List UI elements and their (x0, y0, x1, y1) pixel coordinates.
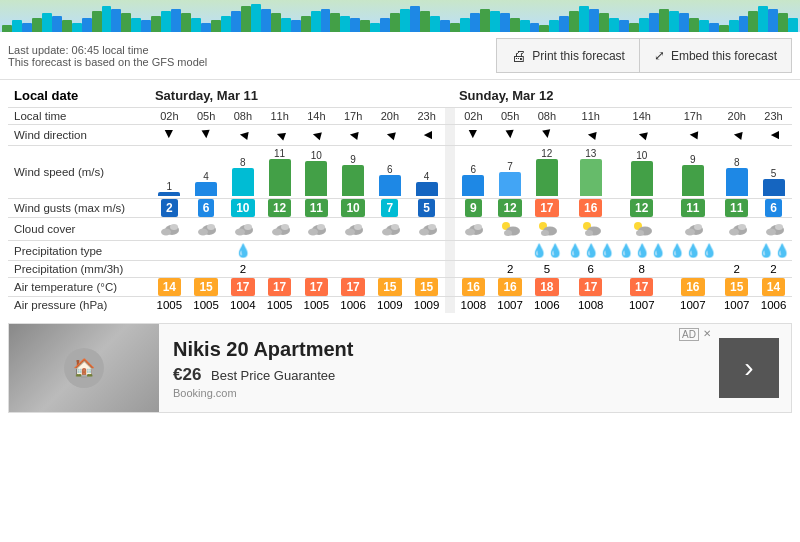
table-cell: 💧💧💧 (667, 241, 718, 261)
table-cell (371, 241, 408, 261)
table-cell: 08h (528, 108, 565, 125)
table-cell: 💧💧💧 (616, 241, 667, 261)
table-cell (755, 218, 792, 241)
ad-banner: 🏠 Nikis 20 Apartment €26 Best Price Guar… (8, 323, 792, 413)
print-button[interactable]: 🖨 Print this forecast (496, 38, 640, 73)
svg-point-13 (308, 229, 318, 236)
svg-point-44 (738, 224, 746, 230)
table-cell: 02h (455, 108, 492, 125)
table-cell: ▲ (151, 125, 188, 146)
table-cell (528, 218, 565, 241)
table-cell: 8 (616, 261, 667, 278)
table-cell: 5 (408, 199, 445, 218)
table-cell: 17 (616, 278, 667, 297)
row-label: Wind speed (m/s) (8, 146, 151, 199)
svg-point-20 (391, 224, 399, 230)
table-cell (445, 146, 455, 199)
table-cell: 12 (492, 199, 529, 218)
table-cell: 8 (718, 146, 755, 199)
meta-bar: Last update: 06:45 local time This forec… (0, 32, 800, 80)
table-cell: 5 (528, 261, 565, 278)
embed-button[interactable]: ⤢ Embed this forecast (640, 38, 792, 73)
svg-point-38 (636, 230, 644, 236)
table-cell: 6 (755, 199, 792, 218)
table-cell: 12 (528, 146, 565, 199)
action-buttons: 🖨 Print this forecast ⤢ Embed this forec… (496, 38, 792, 73)
table-cell (492, 218, 529, 241)
table-cell: 17 (261, 278, 298, 297)
table-cell: 2 (224, 261, 261, 278)
table-cell: 2 (755, 261, 792, 278)
table-cell: 12 (616, 199, 667, 218)
table-cell (335, 241, 372, 261)
table-cell: 11 (718, 199, 755, 218)
meta-info: Last update: 06:45 local time This forec… (8, 44, 207, 68)
row-label: Cloud cover (8, 218, 151, 241)
table-cell: ▲ (408, 125, 445, 146)
table-cell (335, 218, 372, 241)
table-cell (616, 218, 667, 241)
svg-point-43 (729, 229, 739, 236)
table-cell (261, 218, 298, 241)
svg-point-29 (504, 230, 512, 236)
table-cell (667, 261, 718, 278)
table-cell (371, 218, 408, 241)
table-cell: 1005 (298, 297, 335, 314)
ad-arrow-button[interactable]: › (719, 338, 779, 398)
ad-title: Nikis 20 Apartment (173, 338, 657, 361)
table-cell: 2 (718, 261, 755, 278)
table-cell: 20h (371, 108, 408, 125)
table-cell: 11h (565, 108, 616, 125)
table-cell: 16 (492, 278, 529, 297)
svg-point-41 (694, 224, 702, 230)
table-cell: 12 (261, 199, 298, 218)
table-cell: 1006 (335, 297, 372, 314)
table-cell: 💧 (224, 241, 261, 261)
table-cell: 15 (718, 278, 755, 297)
ad-close-icon[interactable]: ✕ (703, 328, 711, 341)
spacer-head (445, 80, 455, 108)
table-cell (188, 241, 225, 261)
row-label: Air temperature (°C) (8, 278, 151, 297)
table-cell: 1005 (188, 297, 225, 314)
table-cell (188, 218, 225, 241)
embed-icon: ⤢ (654, 48, 665, 63)
table-cell: 4 (188, 146, 225, 199)
table-cell: 10 (298, 146, 335, 199)
table-cell: 7 (371, 199, 408, 218)
table-cell: ▲ (492, 125, 529, 146)
row-label: Air pressure (hPa) (8, 297, 151, 314)
table-cell: 1005 (261, 297, 298, 314)
table-cell: 15 (188, 278, 225, 297)
table-cell (298, 241, 335, 261)
table-cell: ▲ (298, 125, 335, 146)
table-cell: 11 (298, 199, 335, 218)
svg-point-26 (474, 224, 482, 230)
table-cell: 9 (455, 199, 492, 218)
table-cell: 💧💧 (528, 241, 565, 261)
ad-price-row: €26 Best Price Guarantee (173, 365, 657, 385)
table-cell (718, 218, 755, 241)
table-cell: 02h (151, 108, 188, 125)
table-cell: ▲ (755, 125, 792, 146)
table-cell (188, 261, 225, 278)
table-row: Precipitation (mm/3h)2256822 (8, 261, 792, 278)
table-cell (565, 218, 616, 241)
svg-point-4 (198, 229, 208, 236)
embed-label: Embed this forecast (671, 49, 777, 63)
table-cell: 11 (667, 199, 718, 218)
table-cell: 1007 (718, 297, 755, 314)
table-cell: 13 (565, 146, 616, 199)
svg-point-16 (345, 229, 355, 236)
table-cell (151, 218, 188, 241)
svg-point-25 (465, 229, 475, 236)
svg-point-10 (272, 229, 282, 236)
svg-point-17 (354, 224, 362, 230)
sun-date: Sunday, Mar 12 (455, 80, 792, 108)
table-cell: ▲ (261, 125, 298, 146)
table-cell (718, 241, 755, 261)
table-cell: ▲ (565, 125, 616, 146)
table-cell: 💧💧💧 (565, 241, 616, 261)
table-cell: 14 (151, 278, 188, 297)
table-cell: ▲ (335, 125, 372, 146)
